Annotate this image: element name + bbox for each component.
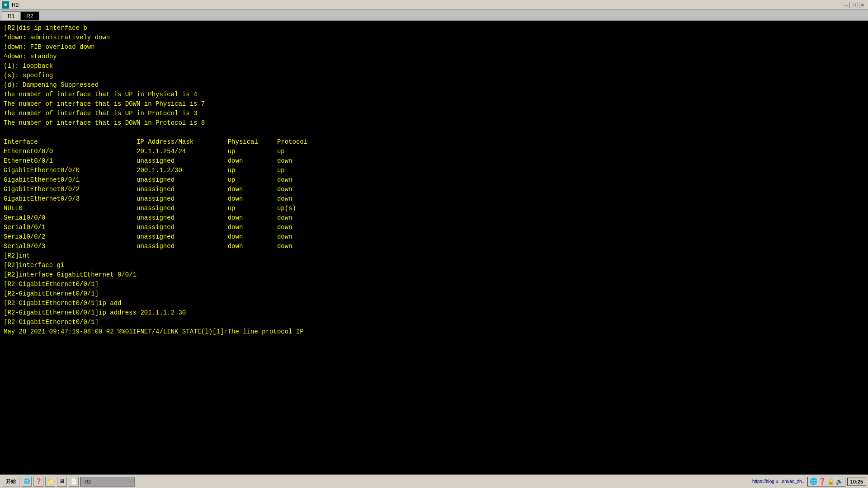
tab-r2[interactable]: R2: [20, 11, 39, 20]
system-tray: 🌐 ❓ 🔒 🔊: [807, 477, 845, 487]
tab-bar: R1 R2: [0, 10, 868, 21]
taskbar-left: 开始 🌐 ❓ 📁 🖥 📄 R2: [2, 477, 135, 487]
maximize-button[interactable]: □: [851, 2, 858, 8]
systray-icon-2: ❓: [818, 478, 826, 485]
taskbar-icon-4[interactable]: 🖥: [57, 477, 67, 487]
title-bar: ■ R2 — □ ✕: [0, 0, 868, 10]
taskbar-app-r2[interactable]: R2: [80, 477, 135, 487]
taskbar-right: https://blog.u...om/ao_zh... 🌐 ❓ 🔒 🔊 10:…: [752, 477, 866, 487]
systray-icon-4: 🔊: [835, 478, 843, 485]
title-bar-left: ■ R2: [2, 1, 19, 9]
app-icon: ■: [2, 1, 9, 9]
taskbar-url: https://blog.u...om/ao_zh...: [752, 479, 806, 484]
taskbar-icon-1[interactable]: 🌐: [22, 477, 32, 487]
systray-icon-1: 🌐: [810, 478, 817, 485]
clock: 10:25: [847, 478, 866, 486]
app-icon-letter: ■: [4, 2, 7, 7]
taskbar-icon-3[interactable]: 📁: [45, 477, 55, 487]
terminal-area[interactable]: [R2]dis ip interface b *down: administra…: [0, 21, 868, 474]
tab-r1[interactable]: R1: [2, 11, 20, 20]
taskbar: 开始 🌐 ❓ 📁 🖥 📄 R2 https://blog.u...om/ao_z…: [0, 474, 868, 488]
start-button[interactable]: 开始: [2, 477, 20, 487]
minimize-button[interactable]: —: [843, 2, 850, 8]
window-title: R2: [12, 2, 19, 8]
taskbar-app-label: R2: [85, 479, 91, 484]
taskbar-icon-2[interactable]: ❓: [33, 477, 43, 487]
terminal-output: [R2]dis ip interface b *down: administra…: [4, 23, 864, 337]
taskbar-icon-5[interactable]: 📄: [69, 477, 79, 487]
window-controls: — □ ✕: [843, 2, 866, 8]
systray-icon-3: 🔒: [827, 478, 835, 485]
close-button[interactable]: ✕: [859, 2, 866, 8]
